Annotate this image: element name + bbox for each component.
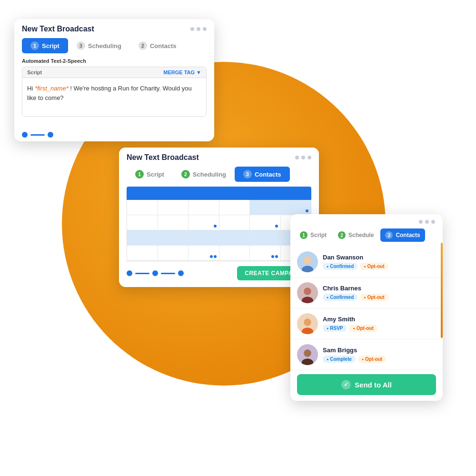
badges-dan: Confirmed Opt-out [323, 263, 436, 270]
tab-script-1[interactable]: 1 Script [22, 38, 68, 53]
cal-cell [158, 215, 189, 230]
badges-sam: Complete Opt-out [323, 356, 436, 363]
tab-contacts-1[interactable]: 2 Contacts [130, 38, 185, 53]
dot-3 [203, 27, 207, 31]
tab-label-contacts: Contacts [150, 42, 177, 50]
contact-item-sam: Sam Briggs Complete Opt-out [290, 339, 443, 370]
send-to-all-button[interactable]: ✓ Send to All [297, 374, 436, 395]
merge-tag[interactable]: MERGE TAG ▼ [163, 69, 201, 75]
tab-num-5: 2 [181, 170, 190, 178]
tab-num-1: 1 [30, 41, 39, 50]
cal-cell [188, 246, 219, 261]
window-script: New Text Broadcast 1 Script 3 Scheduling… [14, 19, 214, 141]
merge-token: *first_name* [35, 85, 69, 92]
cal-dot [306, 209, 308, 212]
dot-5 [301, 156, 305, 159]
cal-cell-blue [158, 230, 189, 246]
cal-cell-blue [127, 230, 158, 246]
avatar-svg-dan [298, 254, 317, 272]
cal-cell [250, 215, 281, 230]
cal-dot-multi [275, 255, 278, 258]
svg-point-7 [304, 349, 311, 357]
cal-row-3 [127, 230, 311, 246]
badge-optout-dan: Opt-out [360, 263, 388, 270]
badges-amy: RSVP Opt-out [323, 325, 436, 332]
contact-item-amy: Amy Smith RSVP Opt-out [290, 308, 443, 339]
badge-optout-chris: Opt-out [360, 294, 388, 301]
badge-confirmed-chris: Confirmed [323, 294, 357, 301]
tabs-3: 1 Script 2 Schedule 3 Contacts [290, 228, 443, 247]
tab-num-4: 1 [135, 170, 144, 178]
contact-name-sam: Sam Briggs [323, 347, 436, 354]
contact-name-dan: Dan Swanson [323, 254, 436, 261]
tabs-2: 1 Script 2 Scheduling 3 Contacts [119, 167, 319, 187]
prog-dot-2 [48, 132, 53, 138]
prog-line-3 [161, 273, 175, 274]
avatar-svg-chris [298, 285, 317, 303]
badge-complete-sam: Complete [323, 356, 356, 363]
cal-cell [127, 200, 158, 215]
cal-cell-blue [188, 230, 219, 246]
tab-script-2[interactable]: 1 Script [127, 167, 173, 182]
tab-label-script-3: Script [310, 232, 327, 238]
contact-info-chris: Chris Barnes Confirmed Opt-out [323, 285, 436, 301]
tab-scheduling-1[interactable]: 3 Scheduling [68, 38, 130, 53]
svg-point-8 [302, 358, 313, 365]
cal-cell-blue [250, 230, 281, 246]
tab-script-3[interactable]: 1 Script [295, 228, 331, 242]
window-contacts: 1 Script 2 Schedule 3 Contacts Dan Swans… [290, 214, 443, 401]
svg-point-1 [302, 266, 313, 272]
cal-cell [127, 215, 158, 230]
cal-dot [275, 225, 278, 228]
auto-tts-label: Automated Text-2-Speech [22, 58, 207, 64]
dot-9 [431, 220, 435, 224]
script-header: Script MERGE TAG ▼ [22, 67, 206, 78]
contact-info-sam: Sam Briggs Complete Opt-out [323, 347, 436, 363]
svg-point-4 [302, 297, 313, 303]
contact-name-amy: Amy Smith [323, 316, 436, 323]
titlebar-3 [290, 214, 443, 228]
window-2-dots [295, 156, 311, 159]
cal-cell [219, 200, 250, 215]
avatar-dan [297, 251, 318, 272]
window-1-title: New Text Broadcast [22, 25, 94, 33]
avatar-chris [297, 282, 318, 303]
badge-rsvp-amy: RSVP [323, 325, 347, 332]
tab-label-schedule-3: Schedule [348, 232, 374, 238]
contact-name-chris: Chris Barnes [323, 285, 436, 292]
window-2-title: New Text Broadcast [127, 153, 199, 162]
cal-cell [188, 200, 219, 215]
tab-label-scheduling-2: Scheduling [193, 171, 226, 178]
badge-optout-amy: Opt-out [349, 325, 377, 332]
tab-label-contacts-2: Contacts [255, 171, 281, 178]
window-3-dots [419, 220, 435, 224]
svg-point-5 [304, 318, 311, 326]
win1-body: Automated Text-2-Speech Script MERGE TAG… [14, 58, 214, 126]
tab-contacts-3[interactable]: 3 Contacts [380, 228, 425, 242]
check-icon: ✓ [341, 380, 351, 389]
prog-dot-1 [22, 132, 28, 138]
tab-label-scheduling: Scheduling [88, 42, 121, 50]
prog-line-1 [30, 134, 45, 136]
prog-dot-3 [127, 270, 132, 276]
tab-schedule-3[interactable]: 2 Schedule [333, 228, 378, 242]
cal-cell [219, 215, 250, 230]
cal-cell [158, 200, 189, 215]
dot-4 [295, 156, 299, 159]
titlebar-2: New Text Broadcast [119, 148, 319, 167]
tab-label-script: Script [42, 42, 60, 50]
cal-cell [127, 246, 158, 261]
cal-row-4 [127, 246, 311, 261]
badges-chris: Confirmed Opt-out [323, 294, 436, 301]
win2-footer: CREATE CAMPAIGN [119, 261, 319, 287]
tab-scheduling-2[interactable]: 2 Scheduling [173, 167, 235, 182]
cal-cell-blue [250, 200, 281, 215]
send-to-all-label: Send to All [355, 381, 392, 389]
tab-num-8: 2 [338, 231, 346, 239]
script-col-label: Script [27, 69, 42, 75]
window-scheduling: New Text Broadcast 1 Script 2 Scheduling… [119, 148, 319, 287]
tab-num-7: 1 [300, 231, 307, 239]
svg-point-3 [304, 288, 311, 295]
tab-contacts-2[interactable]: 3 Contacts [235, 167, 290, 182]
calendar-grid [127, 200, 311, 261]
